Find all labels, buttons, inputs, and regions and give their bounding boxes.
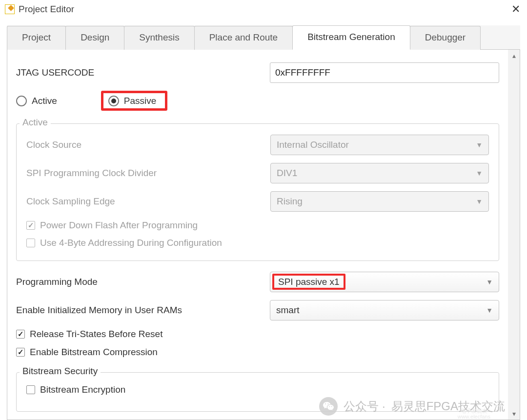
select-value: smart (276, 305, 300, 316)
radio-icon (108, 96, 119, 106)
radio-active[interactable]: Active (16, 91, 57, 111)
group-active: Active Clock Source Internal Oscillator … (16, 123, 499, 261)
chevron-down-icon: ▼ (486, 306, 493, 314)
checkbox-enable-compression[interactable]: Enable Bitstream Compression (16, 347, 158, 358)
tab-bitstream-generation[interactable]: Bitstream Generation (292, 25, 410, 50)
scroll-down-icon[interactable]: ▾ (508, 408, 520, 420)
select-value: Internal Oscillator (277, 140, 349, 150)
checkbox-icon (26, 221, 35, 230)
titlebar: Project Editor ✕ (0, 0, 527, 19)
clock-source-select: Internal Oscillator ▼ (270, 135, 489, 155)
tab-debugger[interactable]: Debugger (410, 26, 481, 50)
checkbox-label: Use 4-Byte Addressing During Configurati… (40, 238, 222, 248)
radio-passive[interactable]: Passive (108, 96, 157, 106)
clock-sampling-edge-select: Rising ▼ (270, 191, 489, 212)
jtag-usercode-input[interactable] (270, 62, 499, 83)
tab-project[interactable]: Project (7, 26, 66, 50)
jtag-usercode-label: JTAG USERCODE (16, 67, 270, 78)
checkbox-label: Release Tri-States Before Reset (30, 329, 162, 340)
select-value: Rising (277, 196, 303, 207)
tab-synthesis[interactable]: Synthesis (124, 26, 194, 50)
programming-mode-label: Programming Mode (16, 277, 270, 287)
checkbox-bitstream-encryption[interactable]: Bitstream Encryption (26, 384, 125, 395)
highlight-passive-radio: Passive (101, 91, 168, 111)
clock-source-label: Clock Source (26, 140, 270, 150)
panel-bitstream-generation: ▴ ▾ JTAG USERCODE Active Passive (7, 50, 520, 420)
checkbox-icon (16, 348, 25, 357)
tab-label: Place and Route (209, 32, 278, 42)
programming-mode-select[interactable]: SPI passive x1 ▼ (270, 272, 499, 292)
radio-icon (16, 96, 27, 106)
tab-place-and-route[interactable]: Place and Route (194, 26, 293, 50)
highlight-programming-mode: SPI passive x1 (272, 274, 345, 290)
checkbox-icon (16, 330, 25, 339)
clock-sampling-edge-label: Clock Sampling Edge (26, 196, 270, 207)
checkbox-label: Bitstream Encryption (40, 384, 125, 395)
chevron-down-icon: ▼ (476, 198, 483, 205)
scrollbar[interactable]: ▴ ▾ (508, 50, 520, 420)
checkbox-label: Enable Bitstream Compression (30, 347, 158, 358)
close-icon[interactable]: ✕ (511, 4, 520, 15)
tab-label: Debugger (425, 32, 466, 42)
group-bitstream-security: Bitstream Security Bitstream Encryption (16, 372, 499, 412)
mode-radios: Active Passive (16, 91, 499, 111)
enable-initialized-memory-label: Enable Initialized Memory in User RAMs (16, 305, 270, 316)
radio-label: Active (32, 96, 57, 106)
group-title: Bitstream Security (20, 366, 101, 377)
checkbox-4byte-addressing: Use 4-Byte Addressing During Configurati… (26, 238, 222, 248)
radio-label: Passive (124, 96, 157, 106)
spi-clock-divider-select: DIV1 ▼ (270, 163, 489, 183)
chevron-down-icon: ▼ (476, 169, 483, 177)
tab-label: Synthesis (139, 32, 179, 42)
app-icon (5, 4, 15, 14)
spi-clock-divider-label: SPI Programming Clock Divider (26, 168, 270, 179)
checkbox-icon (26, 385, 35, 394)
select-value: DIV1 (277, 168, 297, 179)
checkbox-label: Power Down Flash After Programming (40, 220, 198, 231)
checkbox-powerdown-flash: Power Down Flash After Programming (26, 220, 198, 231)
window-title: Project Editor (19, 4, 74, 15)
scroll-track[interactable] (508, 61, 520, 408)
select-value: SPI passive x1 (276, 277, 345, 287)
scroll-up-icon[interactable]: ▴ (508, 50, 520, 61)
tab-design[interactable]: Design (65, 26, 124, 50)
checkbox-release-tristates[interactable]: Release Tri-States Before Reset (16, 329, 162, 340)
tab-label: Project (22, 32, 51, 42)
group-title: Active (20, 117, 51, 128)
tab-label: Design (81, 32, 109, 42)
enable-initialized-memory-select[interactable]: smart ▼ (270, 300, 499, 320)
checkbox-icon (26, 239, 35, 247)
tab-label: Bitstream Generation (307, 32, 395, 42)
tab-bar: Project Design Synthesis Place and Route… (7, 25, 520, 50)
chevron-down-icon: ▼ (476, 141, 483, 149)
chevron-down-icon: ▼ (486, 278, 493, 286)
